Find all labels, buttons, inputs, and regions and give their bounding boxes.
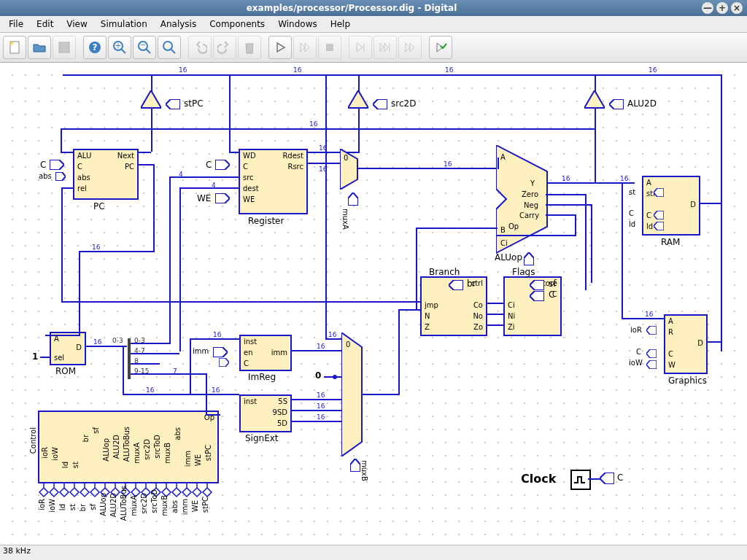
tunnel-st: st — [629, 188, 635, 196]
bus-width: 16 — [645, 311, 653, 318]
zoom-fit-icon — [162, 40, 177, 55]
const-one: 1 — [32, 351, 38, 362]
signext-block[interactable]: inst 5S 9SD 5D — [239, 394, 292, 432]
menu-help[interactable]: Help — [325, 18, 356, 31]
bus-width: 16 — [179, 66, 187, 74]
new-button[interactable] — [3, 36, 26, 59]
control-tunnel-alutobus: ALUToBus — [120, 486, 128, 521]
save-icon — [57, 40, 71, 55]
svg-rect-13 — [326, 44, 333, 51]
reg-port-c: C — [243, 163, 248, 171]
pc-block[interactable]: ALU C abs rel Next PC — [73, 149, 139, 200]
menu-windows[interactable]: Windows — [272, 18, 323, 31]
menu-analysis[interactable]: Analysis — [155, 18, 202, 31]
tunnel-ior: ioR — [630, 326, 642, 334]
muxa[interactable]: 0 — [340, 149, 366, 190]
tunnel-alu2d: ALU2D — [627, 98, 657, 109]
step-all-button[interactable] — [374, 36, 397, 59]
step-button[interactable] — [349, 36, 372, 59]
zoom-in-button[interactable]: + — [108, 36, 131, 59]
control-out-absjmp: abs — [174, 427, 182, 440]
check-play-icon — [433, 40, 448, 55]
alu-port-zero: Zero — [522, 190, 538, 198]
pc-name: PC — [93, 201, 105, 211]
pc-port-c: C — [77, 163, 82, 171]
imreg-port-imm: imm — [271, 349, 287, 357]
stop-button[interactable] — [318, 36, 341, 59]
new-file-icon — [7, 40, 22, 55]
menu-simulation[interactable]: Simulation — [95, 18, 153, 31]
redo-button[interactable] — [213, 36, 236, 59]
run-button[interactable] — [268, 36, 292, 59]
tunnel-sf: sf — [549, 279, 556, 289]
control-out-storeflags: sf — [92, 427, 100, 434]
bus-width: 16 — [649, 66, 657, 74]
control-out-srctod: srcToD — [153, 435, 161, 459]
bus-width: 16 — [444, 160, 452, 168]
undo-button[interactable] — [188, 36, 212, 59]
tunnel-in-icon — [646, 326, 657, 335]
zoom-out-button[interactable]: − — [133, 36, 156, 59]
imreg-block[interactable]: inst en C imm — [239, 335, 292, 371]
fast-forward-button[interactable] — [293, 36, 317, 59]
folder-open-icon — [32, 40, 47, 55]
menu-components[interactable]: Components — [204, 18, 271, 31]
test-button[interactable] — [429, 36, 452, 59]
svg-marker-17 — [348, 90, 368, 108]
muxb-label: muxB — [360, 460, 368, 481]
save-button[interactable] — [53, 36, 76, 59]
menu-edit[interactable]: Edit — [31, 18, 59, 31]
register-block[interactable]: WD C src dest WE Rdest Rsrc — [239, 149, 308, 214]
bus-width: 16 — [212, 386, 220, 394]
tunnel-in-icon — [219, 358, 229, 367]
signext-port-5s: 5S — [278, 397, 287, 405]
menu-file[interactable]: File — [3, 18, 29, 31]
tunnel-c: C — [40, 160, 46, 170]
zoom-fit-button[interactable] — [158, 36, 181, 59]
gfx-port-r: R — [668, 328, 673, 336]
control-tunnel-sf: sf — [89, 504, 97, 510]
run-to-break-button[interactable] — [398, 36, 422, 59]
circuit-canvas[interactable]: stPC src2D ALU2D 16 16 16 16 16 ALU C ab… — [0, 63, 747, 545]
tunnel-abs-label: abs — [39, 172, 52, 180]
clock-label: Clock — [521, 472, 556, 486]
svg-marker-16 — [141, 90, 161, 108]
svg-text:+: + — [115, 42, 121, 50]
control-tunnel-stpc: stPC — [201, 497, 209, 513]
delete-button[interactable] — [238, 36, 261, 59]
control-tunnel-st: st — [69, 504, 77, 510]
ram-block[interactable]: A str C ld D — [642, 176, 700, 236]
gfx-port-c: C — [668, 350, 673, 358]
svg-text:0: 0 — [344, 154, 348, 162]
close-button[interactable]: × — [731, 2, 743, 14]
reg-port-wd: WD — [243, 152, 256, 160]
control-tunnel-br: br — [79, 504, 87, 511]
tunnel-we: WE — [197, 193, 211, 203]
gfx-port-d: D — [697, 339, 703, 347]
redo-icon — [217, 40, 232, 55]
open-button[interactable] — [28, 36, 51, 59]
tunnel-in-icon — [215, 160, 230, 170]
signext-port-5d: 5D — [277, 419, 287, 427]
clock-component[interactable] — [570, 470, 591, 490]
tunnel-in-icon — [50, 160, 64, 170]
rom-block[interactable]: A sel D — [50, 332, 86, 365]
control-out-branch: br — [82, 435, 90, 442]
tunnel-imm: imm — [193, 347, 209, 355]
tunnel-in-icon — [55, 172, 66, 181]
menu-view[interactable]: View — [61, 18, 93, 31]
status-freq: 38 kHz — [3, 546, 31, 556]
bus-width: 16 — [293, 66, 301, 74]
rom-name: ROM — [55, 366, 76, 376]
control-tunnel-src2d: src2D — [140, 493, 148, 514]
control-out-imm: imm — [184, 451, 192, 467]
help-button[interactable]: ? — [83, 36, 107, 59]
control-out-muxb: muxB — [163, 443, 171, 464]
graphics-block[interactable]: A R C W D — [664, 314, 708, 374]
svg-line-12 — [171, 49, 175, 53]
minimize-button[interactable]: — — [702, 2, 713, 14]
control-tunnel-alu2d: ALU2D — [109, 493, 117, 517]
maximize-button[interactable]: + — [716, 2, 728, 14]
tunnel-src2d: src2D — [391, 98, 416, 109]
control-name: Control — [29, 427, 37, 454]
